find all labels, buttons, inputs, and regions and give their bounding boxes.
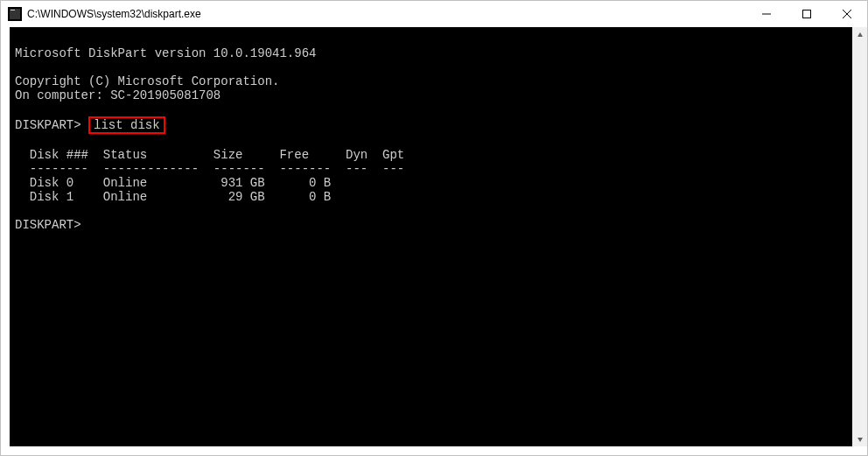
table-separator: -------- ------------- ------- ------- -… [15,162,852,176]
console-output[interactable]: Microsoft DiskPart version 10.0.19041.96… [10,27,852,446]
table-row: Disk 1 Online 29 GB 0 B [15,190,852,204]
blank-line [15,102,852,116]
window-title: C:\WINDOWS\system32\diskpart.exe [27,8,201,20]
version-line: Microsoft DiskPart version 10.0.19041.96… [15,46,852,60]
copyright-line: Copyright (C) Microsoft Corporation. [15,74,852,88]
blank-line [15,32,852,46]
computer-line: On computer: SC-201905081708 [15,88,852,102]
prompt-line: DISKPART> list disk [15,116,852,134]
command-highlight: list disk [88,116,165,134]
scroll-down-button[interactable] [852,431,867,446]
titlebar[interactable]: C:\WINDOWS\system32\diskpart.exe [1,1,867,27]
svg-marker-8 [858,438,863,442]
table-header: Disk ### Status Size Free Dyn Gpt [15,148,852,162]
maximize-button[interactable] [787,1,827,27]
blank-line [15,134,852,148]
minimize-button[interactable] [746,1,787,27]
svg-marker-7 [858,32,863,37]
close-button[interactable] [827,1,867,27]
svg-rect-2 [10,10,15,11]
scroll-up-button[interactable] [852,27,867,42]
app-icon [8,7,22,21]
content-area: Microsoft DiskPart version 10.0.19041.96… [1,27,867,455]
blank-line [15,60,852,74]
prompt-prefix: DISKPART> [15,118,81,132]
blank-line [15,204,852,218]
console-window: C:\WINDOWS\system32\diskpart.exe Microso… [0,0,868,456]
svg-rect-4 [803,11,811,18]
vertical-scrollbar[interactable] [852,27,867,446]
window-controls [746,1,867,27]
command-text: list disk [94,118,160,132]
table-row: Disk 0 Online 931 GB 0 B [15,176,852,190]
prompt-line: DISKPART> [15,218,852,232]
scrollbar-track[interactable] [852,42,867,431]
